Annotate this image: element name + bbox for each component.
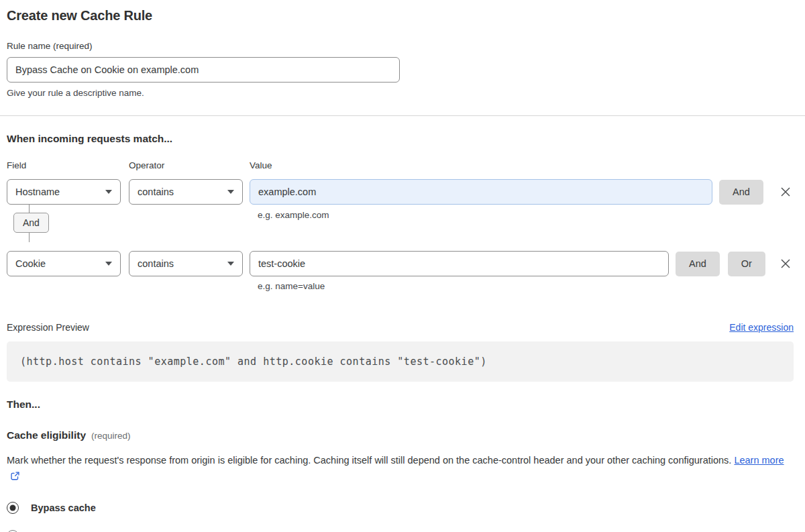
and-button-row1[interactable]: And [719, 180, 763, 205]
field-select-row2-value: Cookie [15, 258, 46, 269]
page-title: Create new Cache Rule [7, 8, 794, 23]
value-input-row1[interactable] [250, 179, 712, 205]
create-cache-rule-page: Create new Cache Rule Rule name (require… [0, 0, 805, 532]
connector-zone: And e.g. example.com [7, 205, 794, 242]
builder-column-labels: Field Operator Value [7, 160, 794, 170]
field-select-row1-value: Hostname [15, 187, 60, 197]
learn-more-link[interactable]: Learn more [734, 455, 784, 466]
external-link-icon [10, 472, 20, 483]
operator-column-label: Operator [129, 160, 250, 170]
radio-option-bypass-cache[interactable]: Bypass cache [7, 502, 794, 514]
and-button-row2[interactable]: And [676, 252, 720, 276]
field-select-row2[interactable]: Cookie [7, 251, 121, 276]
value-hint-row2: e.g. name=value [258, 281, 794, 291]
chevron-down-icon [227, 190, 234, 194]
field-select-row1[interactable]: Hostname [7, 179, 121, 205]
operator-select-row2[interactable]: contains [129, 251, 243, 276]
cache-eligibility-description: Mark whether the request's response from… [7, 452, 785, 486]
value-hint-row1: e.g. example.com [258, 210, 329, 220]
field-column-label: Field [7, 160, 129, 170]
chevron-down-icon [105, 190, 112, 194]
operator-select-row1[interactable]: contains [129, 179, 243, 205]
expression-preview-label: Expression Preview [7, 322, 89, 333]
value-input-row2[interactable] [250, 251, 669, 276]
and-connector-chip[interactable]: And [13, 213, 49, 233]
expression-header: Expression Preview Edit expression [7, 322, 794, 333]
radio-label-bypass: Bypass cache [31, 502, 96, 513]
condition-row-2: Cookie contains And Or [7, 251, 794, 276]
remove-row2-button[interactable] [777, 256, 794, 272]
value-column-label: Value [250, 160, 272, 170]
rule-name-input[interactable] [7, 57, 400, 83]
edit-expression-link[interactable]: Edit expression [729, 322, 794, 333]
rule-name-label: Rule name (required) [7, 41, 794, 51]
section-divider [0, 115, 805, 116]
match-heading: When incoming requests match... [7, 133, 794, 145]
radio-selected-icon[interactable] [7, 502, 19, 514]
then-heading: Then... [7, 398, 794, 411]
chevron-down-icon [227, 262, 234, 266]
close-icon [779, 257, 792, 270]
chevron-down-icon [105, 262, 112, 266]
required-note: (required) [91, 431, 131, 441]
or-button-row2[interactable]: Or [728, 252, 765, 276]
condition-row-1: Hostname contains And [7, 179, 794, 205]
operator-select-row2-value: contains [138, 258, 174, 269]
expression-code-block: (http.host contains "example.com" and ht… [7, 341, 794, 382]
close-icon [779, 185, 792, 199]
remove-row1-button[interactable] [777, 184, 794, 200]
cache-eligibility-options: Bypass cache Eligible for cache [7, 502, 794, 532]
operator-select-row1-value: contains [138, 187, 174, 197]
description-text: Mark whether the request's response from… [7, 455, 731, 466]
cache-eligibility-heading-row: Cache eligibility (required) [7, 429, 794, 441]
cache-eligibility-title: Cache eligibility [7, 429, 86, 441]
rule-name-help: Give your rule a descriptive name. [7, 88, 794, 98]
